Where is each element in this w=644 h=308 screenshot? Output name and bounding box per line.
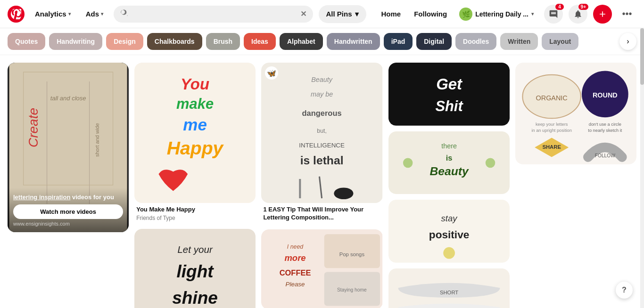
scrollbar[interactable] <box>640 0 644 308</box>
chip-digital[interactable]: Digital <box>416 33 452 50</box>
ads-label: Ads <box>86 10 99 18</box>
chip-handwritten[interactable]: Handwritten <box>327 33 380 50</box>
chip-brush[interactable]: Brush <box>206 33 240 50</box>
chip-handwriting[interactable]: Handwriting <box>49 33 102 50</box>
all-pins-label: All Pins <box>326 10 352 18</box>
pin-let-your-light-shine[interactable]: Let your light shine Outstanding Letteri… <box>134 229 256 308</box>
svg-text:Get: Get <box>436 75 463 93</box>
svg-text:shine: shine <box>172 288 218 308</box>
help-button[interactable]: ? <box>616 282 633 299</box>
main-content: tall and close Create short and wide let… <box>0 55 644 308</box>
notifications-badge: 9+ <box>578 4 588 10</box>
watch-videos-button[interactable]: Watch more videos <box>13 204 123 219</box>
following-nav-link[interactable]: Following <box>408 6 453 22</box>
pin-there-is-beauty[interactable]: there is Beauty <box>388 131 510 195</box>
chip-written[interactable]: Written <box>500 33 538 50</box>
chip-quotes[interactable]: Quotes <box>8 33 45 50</box>
svg-text:make: make <box>176 96 214 112</box>
pinterest-logo[interactable] <box>8 6 25 23</box>
create-button[interactable] <box>593 5 612 24</box>
pin-title-beauty: 1 EASY Tip That Will Improve Your Letter… <box>263 206 380 222</box>
pin-coffee-collage[interactable]: I need more COFFEE Please Pop songs Stay… <box>261 229 382 308</box>
messages-badge: 4 <box>555 4 564 10</box>
ads-nav[interactable]: Ads ▾ <box>81 7 108 21</box>
svg-text:light: light <box>177 261 215 281</box>
search-bar: lettering inspiration ✕ <box>114 6 313 23</box>
svg-text:Beauty: Beauty <box>429 164 469 177</box>
main-nav: Home Following 🌿 Lettering Daily ... ▾ <box>376 5 538 24</box>
svg-point-46 <box>485 158 495 168</box>
account-name-label: Lettering Daily ... <box>475 10 528 18</box>
svg-text:in an upright position: in an upright position <box>531 128 571 133</box>
pin-beauty-lethal[interactable]: Beauty may be dangerous but, INTELLIGENC… <box>261 63 382 224</box>
svg-text:keep your letters: keep your letters <box>536 122 568 127</box>
scrollbar-thumb[interactable] <box>640 28 644 85</box>
svg-text:Create: Create <box>26 108 41 147</box>
search-input[interactable]: lettering inspiration <box>132 10 296 18</box>
messages-button[interactable]: 4 <box>544 5 563 24</box>
svg-text:I need: I need <box>287 243 304 250</box>
pin-info: You Make Me Happy Friends of Type <box>134 203 256 223</box>
svg-text:is: is <box>446 153 452 162</box>
svg-text:Staying home: Staying home <box>337 287 367 292</box>
svg-text:ROUND: ROUND <box>593 91 618 99</box>
svg-text:Please: Please <box>286 281 305 288</box>
svg-text:SHORT: SHORT <box>439 290 458 295</box>
filter-bar: Quotes Handwriting Design Chalkboards Br… <box>0 28 644 55</box>
svg-text:You: You <box>181 75 209 93</box>
clear-search-icon[interactable]: ✕ <box>300 9 306 18</box>
more-options-button[interactable]: ••• <box>618 5 636 24</box>
svg-text:ORGANIC: ORGANIC <box>536 94 567 102</box>
svg-rect-38 <box>388 63 510 126</box>
svg-text:don't use a circle: don't use a circle <box>589 122 621 127</box>
pin-info-beauty: 1 EASY Tip That Will Improve Your Letter… <box>261 203 382 224</box>
home-nav-link[interactable]: Home <box>376 6 407 22</box>
analytics-nav[interactable]: Analytics ▾ <box>30 7 75 21</box>
video-text-rest: videos for you <box>72 194 114 201</box>
svg-text:COFFEE: COFFEE <box>280 268 311 277</box>
analytics-chevron-icon: ▾ <box>68 11 71 16</box>
svg-point-50 <box>443 247 455 259</box>
chip-alphabet[interactable]: Alphabet <box>280 33 323 50</box>
account-nav[interactable]: 🌿 Lettering Daily ... ▾ <box>454 5 538 24</box>
svg-text:SHARE: SHARE <box>542 144 561 150</box>
svg-text:Pop songs: Pop songs <box>339 251 365 257</box>
svg-point-45 <box>403 158 413 168</box>
account-chevron-icon: ▾ <box>531 11 534 16</box>
all-pins-filter-button[interactable]: All Pins ▾ <box>319 5 366 23</box>
video-overlay: lettering inspiration videos for you Wat… <box>8 188 129 232</box>
svg-text:Let your: Let your <box>178 244 213 255</box>
svg-text:stay: stay <box>441 214 458 224</box>
pin-stay-positive[interactable]: stay positive <box>388 200 510 263</box>
svg-text:tall and close: tall and close <box>50 95 86 102</box>
svg-text:but,: but, <box>317 128 327 134</box>
svg-text:short and wide: short and wide <box>94 123 100 157</box>
svg-text:Happy: Happy <box>167 138 224 158</box>
all-pins-chevron-icon: ▾ <box>355 10 359 18</box>
pin-organic-round[interactable]: ORGANIC ROUND keep your letters in an up… <box>515 63 636 164</box>
chip-ipad[interactable]: iPad <box>384 33 413 50</box>
pin-subtitle: Friends of Type <box>136 215 254 221</box>
chip-doodles[interactable]: Doodles <box>455 33 496 50</box>
pin-get-shit[interactable]: Get Shit <box>388 63 510 126</box>
video-highlight: lettering inspiration <box>13 194 70 201</box>
pin-title: You Make Me Happy <box>136 206 254 214</box>
filter-next-arrow[interactable]: › <box>619 33 636 50</box>
svg-text:Beauty: Beauty <box>312 76 333 83</box>
svg-text:dangerous: dangerous <box>302 109 342 117</box>
ads-chevron-icon: ▾ <box>101 11 103 16</box>
video-text: lettering inspiration videos for you <box>13 194 123 201</box>
chip-layout[interactable]: Layout <box>542 33 578 50</box>
notifications-button[interactable]: 9+ <box>569 5 587 24</box>
video-pin[interactable]: tall and close Create short and wide let… <box>8 63 129 232</box>
chip-chalkboards[interactable]: Chalkboards <box>147 33 202 50</box>
header: Analytics ▾ Ads ▾ lettering inspiration … <box>0 0 644 28</box>
chip-ideas[interactable]: Ideas <box>244 33 276 50</box>
svg-text:may be: may be <box>311 90 333 98</box>
pin-you-make-me-happy[interactable]: You make me Happy You Make Me Happy Frie… <box>134 63 256 223</box>
chip-design[interactable]: Design <box>106 33 143 50</box>
svg-text:positive: positive <box>429 229 469 241</box>
svg-text:there: there <box>441 142 457 150</box>
svg-text:Shit: Shit <box>435 98 463 114</box>
pin-handwriting-sketch[interactable]: SHORT and wide <box>388 268 510 308</box>
